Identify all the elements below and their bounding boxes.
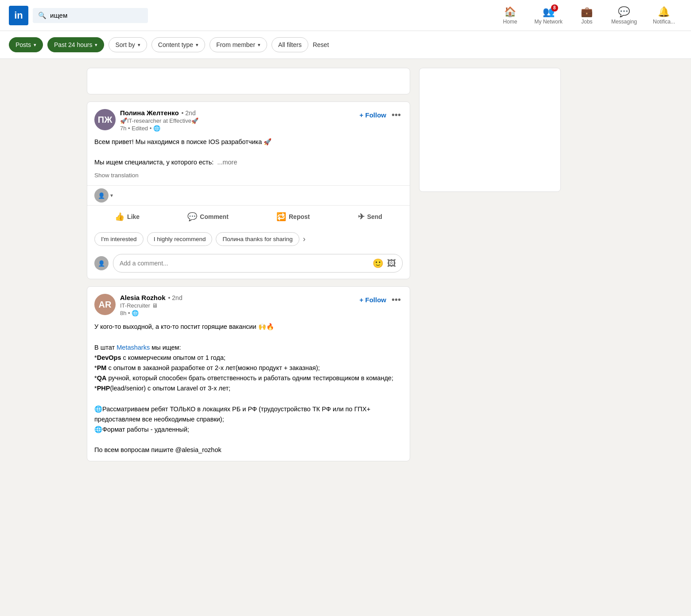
- time-filter-label: Past 24 hours: [54, 41, 92, 48]
- like-button[interactable]: 👍 Like: [109, 207, 145, 226]
- nav-home[interactable]: 🏠 Home: [495, 3, 526, 28]
- avatar-initials: ПЖ: [98, 115, 112, 125]
- posts-filter-arrow: ▾: [34, 42, 36, 48]
- nav-messaging[interactable]: 💬 Messaging: [604, 3, 644, 28]
- nav-messaging-label: Messaging: [611, 19, 637, 25]
- reset-button[interactable]: Reset: [313, 41, 329, 48]
- comment-button[interactable]: 💬 Comment: [182, 207, 234, 226]
- post-header: AR Alesia Rozhok • 2nd IT-Recruiter 🖥 8h…: [87, 287, 410, 316]
- post-text-line-9: По всем вопросам пишите @alesia_rozhok: [94, 445, 403, 455]
- follow-button[interactable]: + Follow: [360, 296, 386, 304]
- sidebar-column: [419, 68, 561, 468]
- comment-input-wrap[interactable]: 🙂 🖼: [113, 254, 403, 273]
- commenter-avatar: 👤: [94, 256, 109, 270]
- smart-reply-thanks[interactable]: Полина thanks for sharing: [216, 232, 299, 246]
- post-text-line-8: 🌐Формат работы - удаленный;: [94, 425, 403, 435]
- content-type-filter-button[interactable]: Content type ▾: [151, 37, 205, 52]
- author-title: IT-Recruiter 🖥: [120, 302, 355, 309]
- comment-input[interactable]: [120, 260, 369, 267]
- metasharks-link[interactable]: Metasharks: [116, 344, 150, 351]
- post-header: ПЖ Полина Желтенко • 2nd 🚀IT-researcher …: [87, 102, 410, 132]
- smart-reply-interested[interactable]: I'm interested: [94, 232, 144, 246]
- connection-degree: • 2nd: [182, 109, 196, 117]
- member-filter-label: From member: [216, 41, 255, 48]
- sort-filter-arrow: ▾: [138, 42, 140, 48]
- feed-column: ПЖ Полина Желтенко • 2nd 🚀IT-researcher …: [87, 68, 410, 468]
- post-text-line-2: Мы ищем специалиста, у которого есть: ..…: [94, 157, 403, 168]
- notifications-icon: 🔔: [658, 6, 670, 18]
- author-line: Полина Желтенко • 2nd: [120, 109, 355, 117]
- filter-bar: Posts ▾ Past 24 hours ▾ Sort by ▾ Conten…: [0, 31, 691, 59]
- send-label: Send: [367, 213, 382, 220]
- like-label: Like: [127, 213, 140, 220]
- post-text-line-4: *PM с опытом в заказной разработке от 2-…: [94, 363, 403, 373]
- smart-reply-recommend[interactable]: I highly recommend: [147, 232, 213, 246]
- follow-button[interactable]: + Follow: [360, 111, 386, 119]
- post-actions-top: + Follow •••: [360, 109, 403, 121]
- post-actions-top: + Follow •••: [360, 294, 403, 306]
- post-time: 7h • Edited • 🌐: [120, 125, 355, 132]
- send-button[interactable]: ✈ Send: [353, 207, 388, 226]
- sort-filter-button[interactable]: Sort by ▾: [109, 37, 147, 52]
- network-icon: 👥 8: [543, 6, 555, 18]
- post-text-line-6: *PHP(lead/senior) с опытом Laravel от 3-…: [94, 383, 403, 394]
- nav-home-label: Home: [503, 19, 517, 25]
- repost-label: Repost: [289, 213, 310, 220]
- avatar-initials: AR: [99, 300, 112, 310]
- chip-more-icon[interactable]: ›: [303, 234, 306, 244]
- comment-input-row: 👤 🙂 🖼: [87, 250, 410, 279]
- repost-icon: 🔁: [276, 212, 286, 222]
- search-bar[interactable]: 🔍: [33, 8, 148, 23]
- user-avatar-small: 👤: [94, 188, 109, 203]
- search-icon: 🔍: [38, 12, 47, 19]
- header: in 🔍 🏠 Home 👥 8 My Network 💼 Jobs 💬 Mess…: [0, 0, 691, 31]
- time-filter-button[interactable]: Past 24 hours ▾: [47, 37, 104, 52]
- post-text-line-7: 🌐Рассматриваем ребят ТОЛЬКО в локациях Р…: [94, 404, 403, 425]
- messaging-icon: 💬: [618, 6, 630, 18]
- more-options-button[interactable]: •••: [390, 109, 403, 121]
- more-options-button[interactable]: •••: [390, 294, 403, 306]
- nav-notifications[interactable]: 🔔 Notifica...: [646, 3, 682, 28]
- post-time: 8h • 🌐: [120, 310, 355, 316]
- author-line: Alesia Rozhok • 2nd: [120, 294, 355, 301]
- nav-notifications-label: Notifica...: [653, 19, 675, 25]
- post-card: AR Alesia Rozhok • 2nd IT-Recruiter 🖥 8h…: [87, 286, 410, 461]
- comment-label: Comment: [200, 213, 229, 220]
- nav-network[interactable]: 👥 8 My Network: [528, 3, 570, 28]
- chevron-down-icon: ▾: [110, 192, 113, 199]
- posts-filter-button[interactable]: Posts ▾: [9, 37, 43, 52]
- post-card: ПЖ Полина Желтенко • 2nd 🚀IT-researcher …: [87, 101, 410, 279]
- emoji-icon[interactable]: 🙂: [373, 258, 384, 269]
- post-meta: Полина Желтенко • 2nd 🚀IT-researcher at …: [120, 109, 355, 132]
- partial-card: [87, 68, 410, 94]
- avatar: ПЖ: [94, 109, 116, 130]
- comment-icon: 💬: [187, 212, 197, 222]
- author-name: Alesia Rozhok: [120, 294, 166, 301]
- post-interactions: 👤 ▾: [87, 185, 410, 205]
- nav-network-label: My Network: [535, 19, 563, 25]
- repost-button[interactable]: 🔁 Repost: [271, 207, 315, 226]
- image-icon[interactable]: 🖼: [387, 258, 396, 269]
- globe-icon: 🌐: [153, 125, 160, 132]
- show-translation-button[interactable]: Show translation: [94, 171, 403, 180]
- post-text-line-1: Всем привет! Мы находимся в поиске IOS р…: [94, 137, 403, 147]
- post-text-line-2: В штат Metasharks мы ищем:: [94, 343, 403, 353]
- connection-degree: • 2nd: [168, 294, 182, 301]
- search-input[interactable]: [50, 12, 143, 19]
- content-type-filter-arrow: ▾: [196, 42, 198, 48]
- globe-icon: 🌐: [132, 310, 139, 316]
- main-layout: ПЖ Полина Желтенко • 2nd 🚀IT-researcher …: [80, 59, 611, 477]
- nav-jobs[interactable]: 💼 Jobs: [571, 3, 602, 28]
- post-text-line-1: У кого-то выходной, а кто-то постит горя…: [94, 322, 403, 332]
- sort-filter-label: Sort by: [115, 41, 135, 48]
- all-filters-button[interactable]: All filters: [272, 37, 308, 52]
- more-link[interactable]: ...more: [217, 159, 237, 166]
- nav-jobs-label: Jobs: [581, 19, 592, 25]
- smart-replies: I'm interested I highly recommend Полина…: [87, 228, 410, 250]
- linkedin-logo: in: [9, 6, 28, 25]
- post-content: У кого-то выходной, а кто-то постит горя…: [87, 316, 410, 460]
- time-filter-arrow: ▾: [95, 42, 97, 48]
- member-filter-button[interactable]: From member ▾: [210, 37, 267, 52]
- post-content: Всем привет! Мы находимся в поиске IOS р…: [87, 132, 410, 185]
- post-text-line-5: *QA ручной, который способен брать ответ…: [94, 373, 403, 383]
